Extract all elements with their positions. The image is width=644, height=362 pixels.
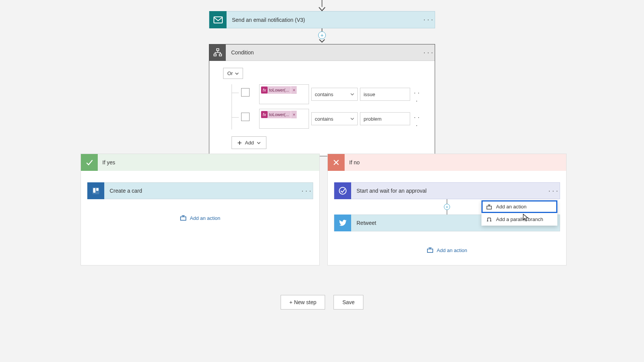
add-action-link[interactable]: Add an action <box>427 247 467 254</box>
operator-label: contains <box>315 92 333 97</box>
condition-title: Condition <box>226 49 422 56</box>
new-step-button[interactable]: + New step <box>281 295 325 310</box>
add-action-link[interactable]: Add an action <box>180 215 220 221</box>
svg-rect-5 <box>93 188 95 193</box>
condition-row: fx toLower(... × contains problem · · · <box>232 109 421 129</box>
chevron-down-icon <box>350 92 354 96</box>
insert-step-button[interactable]: + <box>444 204 450 210</box>
expression-field[interactable]: fx toLower(... × <box>259 109 309 129</box>
save-button[interactable]: Save <box>334 295 363 310</box>
branch-title: If yes <box>98 159 115 165</box>
insert-step-connector[interactable]: + <box>318 28 326 43</box>
svg-rect-7 <box>181 217 186 220</box>
menu-item-add-parallel[interactable]: Add a parallel branch <box>481 213 557 226</box>
operator-select[interactable]: contains <box>311 112 358 125</box>
save-label: Save <box>342 299 355 305</box>
expression-field[interactable]: fx toLower(... × <box>259 84 309 104</box>
step-title: Send an email notification (V3) <box>227 17 422 23</box>
trello-icon <box>87 182 104 199</box>
insert-step-menu: Add an action Add a parallel branch <box>481 200 557 226</box>
add-action-icon <box>427 247 434 254</box>
value-text: problem <box>363 116 381 122</box>
svg-rect-2 <box>214 54 216 56</box>
branch-title: If no <box>345 159 360 165</box>
row-checkbox[interactable] <box>241 113 250 121</box>
fx-icon: fx <box>261 111 268 118</box>
add-action-icon <box>486 204 492 210</box>
branch-if-yes: If yes Create a card · · · Add an action <box>80 154 320 265</box>
add-action-label: Add an action <box>437 247 467 253</box>
arrow-down-icon <box>319 39 325 43</box>
svg-rect-1 <box>217 49 219 51</box>
add-condition-button[interactable]: Add <box>232 136 266 149</box>
action-create-card[interactable]: Create a card · · · <box>87 182 313 199</box>
add-label: Add <box>245 140 254 146</box>
action-title: Start and wait for an approval <box>351 188 547 194</box>
group-operator-label: Or <box>227 70 233 76</box>
row-menu-button[interactable]: · · · <box>412 89 421 105</box>
remove-token-button[interactable]: × <box>291 111 297 118</box>
action-start-approval[interactable]: Start and wait for an approval · · · <box>334 182 560 199</box>
fx-icon: fx <box>261 87 268 93</box>
value-text: issue <box>363 92 375 97</box>
condition-row: fx toLower(... × contains issue · · · <box>232 84 421 105</box>
add-action-label: Add an action <box>190 215 220 221</box>
expression-token-label: toLower(... <box>268 111 291 118</box>
action-title: Create a card <box>104 188 300 194</box>
condition-menu-button[interactable]: · · · <box>422 49 435 57</box>
menu-item-label: Add a parallel branch <box>496 216 543 222</box>
menu-item-label: Add an action <box>496 204 527 210</box>
chevron-down-icon <box>350 117 354 121</box>
operator-select[interactable]: contains <box>311 88 358 101</box>
step-menu-button[interactable]: · · · <box>422 16 435 24</box>
condition-card[interactable]: Condition · · · Or fx toLower(... <box>209 44 435 156</box>
expression-token-label: toLower(... <box>268 87 291 93</box>
action-menu-button[interactable]: · · · <box>300 187 313 195</box>
twitter-icon <box>334 215 351 231</box>
add-action-icon <box>180 215 187 221</box>
svg-rect-9 <box>427 249 433 252</box>
step-send-email[interactable]: Send an email notification (V3) · · · <box>209 11 435 28</box>
close-icon <box>328 154 345 171</box>
chevron-down-icon <box>235 72 239 75</box>
approval-icon <box>334 182 351 199</box>
plus-icon: + <box>318 31 326 39</box>
svg-point-8 <box>339 187 346 194</box>
svg-rect-6 <box>96 188 99 191</box>
svg-rect-3 <box>219 54 222 56</box>
value-input[interactable]: problem <box>360 112 410 125</box>
row-checkbox[interactable] <box>241 88 250 97</box>
value-input[interactable]: issue <box>360 88 410 101</box>
action-menu-button[interactable]: · · · <box>547 187 560 195</box>
plus-icon <box>237 141 242 145</box>
row-menu-button[interactable]: · · · <box>412 113 421 129</box>
group-operator-select[interactable]: Or <box>223 68 243 79</box>
mail-icon <box>209 11 227 28</box>
menu-item-add-action[interactable]: Add an action <box>481 200 557 213</box>
svg-rect-0 <box>214 17 222 23</box>
parallel-branch-icon <box>486 217 492 222</box>
remove-token-button[interactable]: × <box>291 86 297 94</box>
chevron-down-icon <box>257 141 261 145</box>
operator-label: contains <box>315 116 333 122</box>
svg-rect-10 <box>487 206 491 209</box>
check-icon <box>81 154 98 171</box>
condition-icon <box>209 44 226 61</box>
new-step-label: + New step <box>289 299 316 305</box>
